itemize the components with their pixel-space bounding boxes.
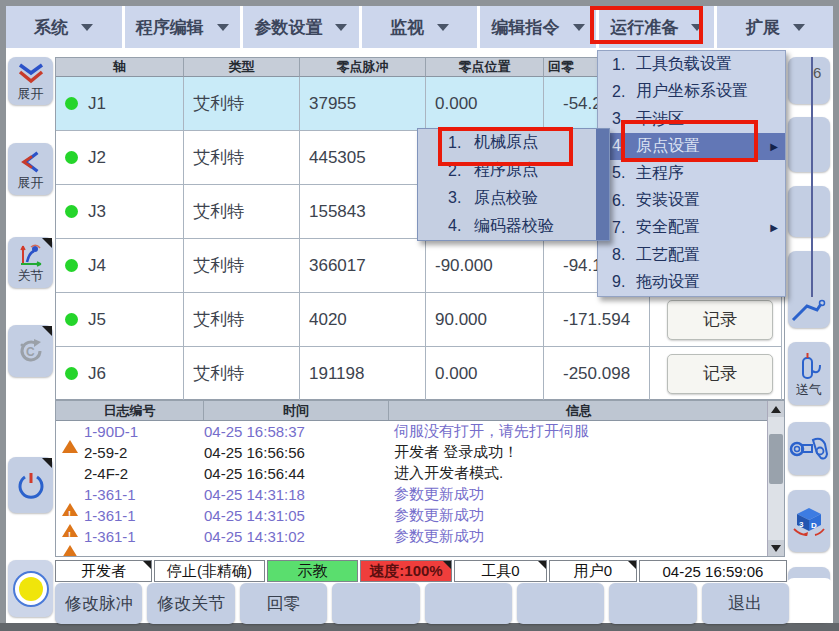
dropdown-item-tool-load-settings[interactable]: 1. 工具负载设置 xyxy=(598,51,785,78)
log-message: 参数更新成功 xyxy=(394,527,784,546)
log-row[interactable]: 1-361-1 04-25 14:31:02 参数更新成功 xyxy=(56,526,784,547)
submenu-item-encoder-check[interactable]: 4. 编码器校验 xyxy=(418,212,596,240)
chevron-down-icon xyxy=(437,24,449,31)
axis-status-icon xyxy=(65,205,78,218)
corner-mark-icon xyxy=(42,238,52,248)
chevron-down-icon xyxy=(793,24,805,31)
dropdown-item-process-config[interactable]: 8. 工艺配置 xyxy=(598,242,785,269)
axis-cell[interactable]: J3 xyxy=(56,185,184,239)
modify-pulse-button[interactable]: 修改脉冲 xyxy=(55,583,142,624)
tool-label: 工具0 xyxy=(481,562,519,581)
soft-key-button[interactable] xyxy=(609,583,696,624)
teach-mode-cell[interactable]: 示教 xyxy=(267,560,358,582)
torch-icon xyxy=(791,298,827,324)
menu-item-edit-commands[interactable]: 编辑指令 xyxy=(480,6,596,48)
gas-feed-button[interactable]: 送气 xyxy=(788,342,830,405)
right-sidebar: 6 送气 3 D xyxy=(785,48,833,623)
log-scrollbar[interactable] xyxy=(767,401,784,556)
user-mode-cell[interactable]: 开发者 xyxy=(55,560,152,582)
log-row[interactable]: 2-59-2 04-25 16:56:56 开发者 登录成功！ xyxy=(56,442,784,463)
dropdown-item-install-settings[interactable]: 6. 安装设置 xyxy=(598,187,785,214)
record-button[interactable]: 记录 xyxy=(667,354,773,394)
tool-cell[interactable]: 工具0 xyxy=(454,560,547,582)
right-panel-button-3[interactable] xyxy=(788,186,830,237)
pulse-cell: 37955 xyxy=(300,77,426,131)
dropdown-item-main-program[interactable]: 5. 主程序 xyxy=(598,160,785,187)
axis-cell[interactable]: J6 xyxy=(56,347,184,401)
menu-item-monitor[interactable]: 监视 xyxy=(362,6,478,48)
type-cell: 艾利特 xyxy=(184,239,300,293)
axis-cell[interactable]: J5 xyxy=(56,293,184,347)
log-message: 开发者 登录成功！ xyxy=(394,443,784,462)
scroll-up-button[interactable] xyxy=(768,401,784,417)
status-indicator-button[interactable] xyxy=(8,560,53,617)
torch-button[interactable] xyxy=(788,251,830,328)
dropdown-item-user-coord-settings[interactable]: 2. 用户坐标系设置 xyxy=(598,78,785,105)
3d-view-button[interactable]: 3 D xyxy=(788,490,830,552)
left-sidebar: 展开 展开 关节 xyxy=(6,48,55,623)
scroll-down-button[interactable] xyxy=(768,540,784,556)
submenu-item-origin-check[interactable]: 3. 原点校验 xyxy=(418,185,596,213)
axis-cell[interactable]: J1 xyxy=(56,77,184,131)
user-frame-cell[interactable]: 用户0 xyxy=(549,560,637,582)
warning-icon xyxy=(62,507,78,524)
sync-disabled-button[interactable]: C xyxy=(8,325,53,377)
joint-icon xyxy=(18,243,44,267)
log-id: 1-361-1 xyxy=(84,507,204,524)
expand-left-button[interactable]: 展开 xyxy=(8,143,53,195)
dropdown-item-safety-config[interactable]: 7. 安全配置 ▶ xyxy=(598,214,785,241)
gamepad-button[interactable] xyxy=(788,422,830,475)
log-row[interactable]: 1-90D-1 04-25 16:58:37 伺服没有打开，请先打开伺服 xyxy=(56,421,784,442)
teach-mode-label: 示教 xyxy=(298,562,328,581)
log-row[interactable]: 1-361-1 04-25 14:31:18 参数更新成功 xyxy=(56,484,784,505)
menu-item-system[interactable]: 系统 xyxy=(6,6,122,48)
exit-button[interactable]: 退出 xyxy=(702,583,789,624)
soft-key-button[interactable] xyxy=(425,583,512,624)
home-value: -171.594 xyxy=(563,310,630,329)
warning-icon xyxy=(62,486,78,503)
status-bar: 开发者 停止(非精确) 示教 速度:100% 工具0 用户0 04-25 16:… xyxy=(55,560,787,582)
log-time: 04-25 16:56:44 xyxy=(204,465,394,482)
modify-joint-button[interactable]: 修改关节 xyxy=(147,583,234,624)
position-cell: 0.000 xyxy=(426,347,544,401)
right-panel-button-2[interactable] xyxy=(788,117,830,172)
dropdown-item-drag-settings[interactable]: 9. 拖动设置 xyxy=(598,269,785,296)
home-value: -54.2 xyxy=(563,94,602,113)
menu-item-program-edit[interactable]: 程序编辑 xyxy=(125,6,241,48)
speed-cell[interactable]: 速度:100% xyxy=(360,560,452,582)
log-row[interactable]: 2-4F-2 04-25 16:56:44 进入开发者模式. xyxy=(56,463,784,484)
axis-name: J6 xyxy=(88,364,106,384)
submenu-arrow-icon: ▶ xyxy=(770,141,778,152)
record-button[interactable]: 记录 xyxy=(667,300,773,340)
menu-item-extend[interactable]: 扩展 xyxy=(717,6,833,48)
covered-value-fragment: 6 xyxy=(813,64,821,81)
axis-name: J3 xyxy=(88,202,106,222)
home-cell: -171.594 xyxy=(544,293,650,347)
log-row[interactable]: 1-361-1 04-25 14:31:05 参数更新成功 xyxy=(56,505,784,526)
home-value: -250.098 xyxy=(563,364,630,383)
run-state-label: 停止(非精确) xyxy=(167,562,252,581)
axis-cell[interactable]: J4 xyxy=(56,239,184,293)
dropdown-item-label: 工具负载设置 xyxy=(636,54,732,75)
axis-cell[interactable]: J2 xyxy=(56,131,184,185)
type-cell: 艾利特 xyxy=(184,347,300,401)
scrollbar-thumb[interactable] xyxy=(769,434,783,484)
right-panel-button-1[interactable] xyxy=(788,57,830,104)
log-id: 1-90D-1 xyxy=(84,423,204,440)
speed-label: 速度:100% xyxy=(369,562,442,581)
log-id: 2-59-2 xyxy=(84,444,204,461)
menu-item-param-settings[interactable]: 参数设置 xyxy=(243,6,359,48)
log-time: 04-25 16:56:56 xyxy=(204,444,394,461)
expand-down-button[interactable]: 展开 xyxy=(8,57,53,105)
dropdown-item-label: 工艺配置 xyxy=(636,245,700,266)
log-message: 参数更新成功 xyxy=(394,485,784,504)
log-panel: 日志编号 时间 信息 1-90D-1 04-25 16:58:37 伺服没有打开… xyxy=(55,400,785,557)
soft-key-button[interactable] xyxy=(332,583,419,624)
return-zero-button[interactable]: 回零 xyxy=(240,583,327,624)
run-state-cell: 停止(非精确) xyxy=(154,560,265,582)
expand-label: 展开 xyxy=(18,176,44,189)
joint-mode-button[interactable]: 关节 xyxy=(8,237,53,288)
power-button[interactable] xyxy=(8,457,53,513)
type-cell: 艾利特 xyxy=(184,131,300,185)
soft-key-button[interactable] xyxy=(517,583,604,624)
